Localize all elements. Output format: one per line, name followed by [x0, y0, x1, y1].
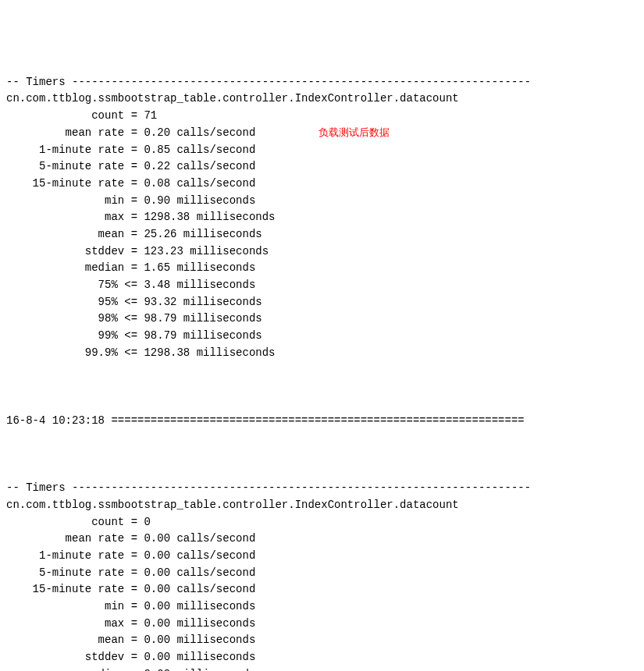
blank-line — [6, 446, 638, 463]
metric-sep: = — [124, 651, 144, 663]
metric-row: stddev = 0.00 milliseconds — [6, 649, 638, 666]
metric-sep: = — [124, 228, 144, 240]
metric-value: 0.00 — [144, 668, 170, 671]
metric-label: 5-minute rate — [6, 160, 124, 172]
separator-line: ========================================… — [105, 414, 525, 427]
metrics-block-1: count = 71 mean rate = 0.20 calls/second… — [6, 108, 638, 361]
metric-row: median = 0.00 milliseconds — [6, 666, 638, 671]
metric-row: 1-minute rate = 0.85 calls/second — [6, 142, 638, 159]
metric-label: 1-minute rate — [6, 549, 124, 562]
class-name: cn.com.ttblog.ssmbootstrap_table.control… — [6, 91, 638, 108]
metric-unit: calls/second — [170, 126, 255, 139]
metric-unit: calls/second — [170, 144, 255, 156]
metric-value: 0.08 — [144, 177, 170, 190]
metric-unit: calls/second — [170, 177, 255, 190]
metric-row: mean rate = 0.20 calls/second负载测试后数据 — [6, 125, 638, 142]
metric-unit: milliseconds — [170, 261, 255, 274]
metric-label: count — [6, 516, 124, 528]
metric-value: 98.79 — [144, 312, 176, 325]
metric-value: 93.32 — [144, 296, 176, 308]
metric-sep: = — [124, 194, 144, 207]
metric-unit: milliseconds — [170, 668, 255, 671]
metric-unit: milliseconds — [183, 245, 269, 257]
metric-label: min — [6, 600, 124, 612]
metric-value: 0.90 — [144, 194, 170, 207]
metric-row: stddev = 123.23 milliseconds — [6, 243, 638, 261]
metric-value: 0.00 — [144, 600, 170, 612]
metric-label: 75% — [6, 279, 124, 291]
metric-unit: milliseconds — [190, 211, 275, 223]
timers-header: -- Timers ------------------------------… — [6, 480, 638, 497]
metric-unit: calls/second — [170, 566, 255, 579]
metric-unit: milliseconds — [176, 312, 262, 325]
metric-sep: = — [124, 160, 144, 172]
metric-row: min = 0.00 milliseconds — [6, 598, 638, 616]
metric-value: 0.85 — [144, 144, 170, 156]
metric-sep: <= — [124, 312, 144, 325]
metric-value: 0.00 — [144, 617, 170, 630]
metric-label: stddev — [6, 245, 124, 257]
metric-label: 1-minute rate — [6, 144, 124, 156]
metric-row: 5-minute rate = 0.22 calls/second — [6, 158, 638, 176]
metric-sep: = — [124, 583, 144, 595]
metric-label: stddev — [6, 651, 124, 663]
metric-row: 15-minute rate = 0.00 calls/second — [6, 581, 638, 598]
metric-sep: = — [124, 211, 144, 223]
metric-value: 0.00 — [144, 651, 170, 663]
metric-row: mean = 0.00 milliseconds — [6, 632, 638, 649]
metric-unit: milliseconds — [170, 194, 255, 207]
metric-label: count — [6, 109, 124, 122]
metric-row: mean rate = 0.00 calls/second — [6, 531, 638, 548]
metric-unit: milliseconds — [170, 651, 255, 663]
metric-label: mean — [6, 228, 124, 240]
metric-row: count = 71 — [6, 108, 638, 125]
metric-value: 0.00 — [144, 566, 170, 579]
metric-sep: = — [124, 261, 144, 274]
metric-label: median — [6, 261, 124, 274]
metric-value: 0.00 — [144, 532, 170, 545]
metric-value: 0 — [144, 516, 150, 528]
metric-sep: <= — [124, 279, 144, 291]
metric-unit: calls/second — [170, 532, 255, 545]
metric-value: 3.48 — [144, 279, 170, 291]
metric-row: max = 1298.38 milliseconds — [6, 209, 638, 226]
metric-sep: = — [124, 245, 144, 257]
metric-row: 99% <= 98.79 milliseconds — [6, 328, 638, 345]
metric-sep: = — [124, 549, 144, 562]
metric-sep: = — [124, 532, 144, 545]
metric-unit: milliseconds — [190, 346, 275, 359]
metric-value: 123.23 — [144, 245, 183, 257]
metric-row: min = 0.90 milliseconds — [6, 193, 638, 210]
metric-value: 1298.38 — [144, 211, 190, 223]
metric-value: 0.00 — [144, 634, 170, 646]
metric-row: 98% <= 98.79 milliseconds — [6, 311, 638, 328]
metric-value: 98.79 — [144, 329, 176, 342]
metric-value: 0.20 — [144, 126, 170, 139]
metric-label: max — [6, 617, 124, 630]
metric-unit: milliseconds — [176, 329, 262, 342]
metric-unit: milliseconds — [170, 600, 255, 612]
metric-label: max — [6, 211, 124, 223]
metric-row: 99.9% <= 1298.38 milliseconds — [6, 345, 638, 362]
class-name: cn.com.ttblog.ssmbootstrap_table.control… — [6, 497, 638, 514]
metric-row: 75% <= 3.48 milliseconds — [6, 277, 638, 294]
metric-label: median — [6, 668, 124, 671]
metric-sep: = — [124, 634, 144, 646]
metric-unit: calls/second — [170, 549, 255, 562]
metric-unit: calls/second — [170, 160, 255, 172]
metric-value: 0.00 — [144, 549, 170, 562]
metrics-block-2: count = 0 mean rate = 0.00 calls/second … — [6, 514, 638, 671]
metric-row: 95% <= 93.32 milliseconds — [6, 294, 638, 311]
metric-sep: = — [124, 109, 144, 122]
blank-line — [6, 378, 638, 396]
metric-sep: <= — [124, 329, 144, 342]
load-test-annotation: 负载测试后数据 — [318, 125, 390, 140]
metric-sep: <= — [124, 346, 144, 359]
metric-label: mean rate — [6, 532, 124, 545]
metric-sep: <= — [124, 296, 144, 308]
metric-unit: milliseconds — [176, 296, 262, 308]
metric-sep: = — [124, 516, 144, 528]
metric-unit: calls/second — [170, 583, 255, 595]
metric-label: 99.9% — [6, 346, 124, 359]
metric-label: 15-minute rate — [6, 583, 124, 595]
